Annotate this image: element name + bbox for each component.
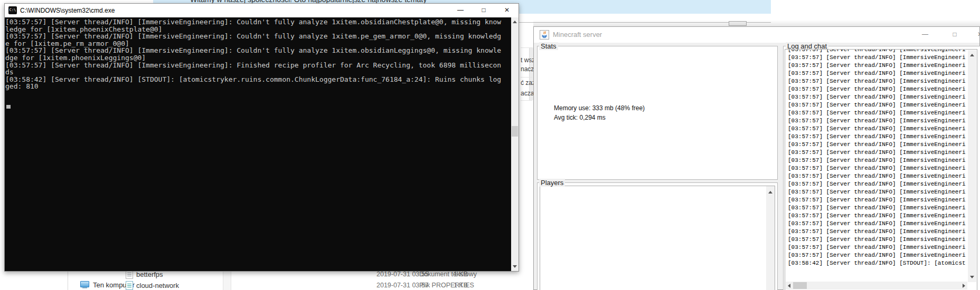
log-line: [03:57:57] [Server thread/INFO] [Immersi… (788, 62, 967, 70)
log-line: [03:57:57] [Server thread/INFO] [Immersi… (788, 180, 967, 188)
log-line: [03:57:57] [Server thread/INFO] [Immersi… (788, 157, 967, 165)
log-line: [03:57:57] [Server thread/INFO] [Immersi… (788, 101, 967, 109)
log-line: [03:57:57] [Server thread/INFO] [Immersi… (788, 125, 967, 133)
log-line: [03:57:57] [Server thread/INFO] [Immersi… (788, 204, 967, 212)
log-line: [03:57:57] [Server thread/INFO] [Immersi… (788, 212, 967, 220)
background-list-separator (521, 47, 532, 48)
minecraft-titlebar[interactable]: Minecraft server — □ ✕ (534, 27, 979, 43)
log-line: [03:57:57] [Server thread/INFO] [Immersi… (788, 93, 967, 101)
avg-tick-stat: Avg tick: 0,294 ms (554, 114, 606, 121)
file-size: 1 KB (433, 282, 468, 289)
background-list-separator (521, 77, 532, 78)
log-line: [03:57:57] [Server thread/INFO] [Immersi… (788, 236, 967, 244)
console-output[interactable]: [03:57:57] [Server thread/INFO] [Immersi… (5, 17, 511, 272)
log-text-area[interactable]: [03:57:57] [Server thread/INFO] [Immersi… (785, 49, 977, 290)
minimize-button[interactable]: — (449, 4, 472, 17)
scrollbar-thumb[interactable] (793, 282, 807, 289)
console-line: [03:57:57] [Server thread/INFO] [Immersi… (5, 47, 511, 54)
window-shadow (533, 20, 980, 26)
desktop: Witamy w naszej społeczności! Oto najpop… (0, 0, 980, 290)
log-line: [03:57:57] [Server thread/INFO] [Immersi… (788, 188, 967, 196)
scroll-left-icon[interactable] (788, 284, 790, 288)
log-horizontal-scrollbar[interactable] (786, 282, 967, 289)
console-line: [03:57:57] [Server thread/INFO] [Immersi… (5, 18, 511, 26)
cmd-window: C:\ C:\WINDOWS\system32\cmd.exe — □ ✕ [0… (4, 3, 519, 272)
log-line: [03:57:57] [Server thread/INFO] [Immersi… (788, 109, 967, 117)
console-line: ged: 810 (5, 83, 511, 90)
properties-file-icon (126, 281, 133, 290)
log-line: [03:57:57] [Server thread/INFO] [Immersi… (788, 165, 967, 172)
console-scrollbar[interactable] (511, 17, 519, 271)
background-list-separator (521, 100, 532, 101)
log-line: [03:57:57] [Server thread/INFO] [Immersi… (788, 133, 967, 141)
log-line: [03:57:57] [Server thread/INFO] [Immersi… (788, 252, 967, 259)
players-panel-label: Players (539, 179, 565, 187)
background-list-fragment: t wsz (521, 56, 533, 64)
cmd-titlebar[interactable]: C:\ C:\WINDOWS\system32\cmd.exe — □ ✕ (5, 4, 519, 17)
stats-panel (537, 46, 778, 180)
maximize-button[interactable]: □ (472, 4, 495, 17)
console-line: ledge for [1xitem.phoenixChestplate@0] (5, 26, 511, 33)
scrollbar-thumb[interactable] (512, 126, 518, 137)
background-list-fragment: nacza (521, 65, 533, 73)
players-scrollbar[interactable] (766, 186, 775, 290)
console-line: dge for [1xitem.phoenixLeggings@0] (5, 54, 511, 62)
players-list[interactable] (540, 186, 775, 290)
file-name: cloud-network (136, 282, 179, 289)
scroll-up-icon[interactable] (513, 21, 517, 23)
console-cursor (6, 105, 11, 109)
log-line: [03:57:57] [Server thread/INFO] [Immersi… (788, 50, 967, 54)
console-line: [03:57:57] [Server thread/INFO] [Immersi… (5, 62, 511, 69)
background-list-fragment: aczar (521, 90, 533, 97)
log-line: [03:57:57] [Server thread/INFO] [Immersi… (788, 228, 967, 236)
log-line: [03:57:57] [Server thread/INFO] [Immersi… (788, 54, 967, 62)
console-line: [03:58:42] [Server thread/INFO] [STDOUT]… (5, 76, 511, 83)
minecraft-server-window: Minecraft server — □ ✕ Stats Memory use:… (533, 26, 980, 290)
minecraft-window-title: Minecraft server (553, 31, 602, 38)
log-lines: [03:57:57] [Server thread/INFO] [Immersi… (788, 50, 967, 268)
console-line: e for [1xitem.pe_rm_armor_0@0] (5, 40, 511, 47)
scroll-down-icon[interactable] (513, 265, 517, 268)
log-line: [03:57:57] [Server thread/INFO] [Immersi… (788, 141, 967, 149)
log-line: [03:57:57] [Server thread/INFO] [Immersi… (788, 220, 967, 228)
computer-icon (80, 281, 89, 287)
log-line: [03:57:57] [Server thread/INFO] [Immersi… (788, 172, 967, 180)
background-list-fragment: ć zaz (521, 79, 533, 86)
close-button[interactable]: ✕ (495, 4, 519, 17)
scroll-down-icon[interactable] (970, 276, 974, 278)
players-panel (537, 182, 778, 290)
log-line: [03:57:57] [Server thread/INFO] [Immersi… (788, 149, 967, 157)
stats-panel-label: Stats (539, 42, 558, 50)
log-line: [03:57:57] [Server thread/INFO] [Immersi… (788, 85, 967, 93)
log-line: [03:57:57] [Server thread/INFO] [Immersi… (788, 196, 967, 204)
close-button[interactable]: ✕ (972, 28, 980, 41)
log-line: [03:57:57] [Server thread/INFO] [Immersi… (788, 117, 967, 125)
console-line: ds (5, 69, 511, 76)
log-vertical-scrollbar[interactable] (968, 50, 976, 282)
cmd-icon: C:\ (8, 6, 17, 14)
table-row[interactable]: cloud-network2019-07-31 03:57Plik PROPER… (121, 281, 480, 290)
log-line: [03:57:57] [Server thread/INFO] [Immersi… (788, 244, 967, 252)
minimize-button[interactable]: — (917, 28, 933, 41)
scroll-right-icon[interactable] (963, 284, 965, 288)
scroll-up-icon[interactable] (970, 54, 974, 56)
log-line: [03:57:57] [Server thread/INFO] [Immersi… (788, 70, 967, 78)
maximize-button[interactable]: □ (947, 28, 963, 41)
scroll-up-icon[interactable] (768, 191, 772, 194)
log-line: [03:58:42] [Server thread/INFO] [STDOUT]… (788, 259, 967, 267)
console-line: [03:57:57] [Server thread/INFO] [Immersi… (5, 33, 511, 40)
memory-use-stat: Memory use: 333 mb (48% free) (554, 104, 645, 112)
cmd-window-title: C:\WINDOWS\system32\cmd.exe (20, 7, 115, 14)
java-icon (540, 30, 549, 40)
log-line: [03:57:57] [Server thread/INFO] [Immersi… (788, 78, 967, 85)
